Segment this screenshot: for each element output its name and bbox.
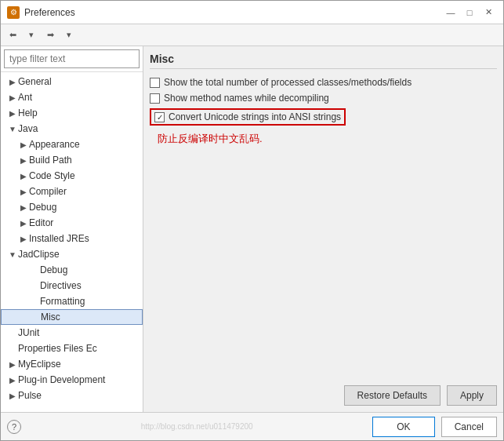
tree-item-jadclipse-debug[interactable]: ▶ Debug [1, 262, 143, 278]
checkbox-2[interactable] [150, 93, 160, 104]
tree-label-jadclipse: JadClipse [18, 249, 60, 260]
options-area: Show the total number of processed class… [150, 77, 497, 379]
tree-label-general: General [18, 76, 52, 87]
expander-compiler: ▶ [18, 186, 29, 197]
back-icon: ⬅ [9, 30, 16, 40]
tree-item-junit[interactable]: ▶ JUnit [1, 325, 143, 341]
checkbox-1[interactable] [150, 78, 160, 88]
checkbox-row-2: Show method names while decompiling [150, 93, 497, 104]
help-icon[interactable]: ? [7, 420, 21, 434]
right-panel: Misc Show the total number of processed … [143, 46, 503, 412]
tree-item-myeclipse[interactable]: ▶ MyEclipse [1, 356, 143, 372]
tree-item-pulse[interactable]: ▶ Pulse [1, 388, 143, 403]
bottom-buttons: Restore Defaults Apply [150, 379, 497, 406]
tree-label-java-codestyle: Code Style [29, 170, 75, 181]
expander-codestyle: ▶ [18, 170, 29, 181]
tree-item-java-buildpath[interactable]: ▶ Build Path [1, 152, 143, 168]
ok-cancel-buttons: OK Cancel [372, 417, 497, 437]
expander-plugindevelopment: ▶ [7, 374, 18, 385]
preferences-icon [7, 6, 20, 19]
status-bar: ? http://blog.csdn.net/u011479200 OK Can… [1, 412, 503, 440]
watermark: http://blog.csdn.net/u011479200 [141, 422, 253, 431]
forward-icon: ➡ [47, 30, 54, 40]
forward-button[interactable]: ➡ [42, 27, 59, 44]
expander-appearance: ▶ [18, 139, 29, 150]
close-button[interactable]: ✕ [480, 4, 497, 21]
checkbox-label-1: Show the total number of processed class… [164, 77, 412, 88]
minimize-button[interactable]: — [442, 4, 459, 21]
tree-item-ant[interactable]: ▶ Ant [1, 89, 143, 105]
tree-label-java-editor: Editor [29, 217, 53, 228]
back-button[interactable]: ⬅ [4, 27, 21, 44]
checkbox-row-3: Convert Unicode strings into ANSI string… [150, 108, 497, 126]
tree-item-plugindevelopment[interactable]: ▶ Plug-in Development [1, 372, 143, 388]
section-title: Misc [150, 53, 497, 69]
expander-java: ▼ [7, 123, 18, 134]
filter-input[interactable] [4, 49, 140, 68]
tree-item-java-editor[interactable]: ▶ Editor [1, 215, 143, 231]
tree-item-jadclipse[interactable]: ▼ JadClipse [1, 246, 143, 262]
tree-item-jadclipse-directives[interactable]: ▶ Directives [1, 278, 143, 293]
expander-jadclipse: ▼ [7, 249, 18, 260]
tree-label-junit: JUnit [18, 327, 39, 338]
expander-java-debug: ▶ [18, 202, 29, 213]
tree: ▶ General ▶ Ant ▶ Help ▼ Java [1, 72, 143, 412]
tree-label-jadclipse-directives: Directives [40, 280, 82, 291]
tree-label-jadclipse-debug: Debug [40, 264, 67, 275]
tree-item-jadclipse-misc[interactable]: ▶ Misc [1, 309, 143, 325]
filter-box [1, 46, 143, 72]
ok-button[interactable]: OK [372, 417, 434, 437]
checkbox-3[interactable] [154, 112, 165, 122]
tree-label-java-buildpath: Build Path [29, 155, 72, 166]
expander-help: ▶ [7, 108, 18, 118]
tree-label-jadclipse-misc: Misc [41, 312, 60, 323]
status-left: ? [7, 420, 21, 434]
title-bar-controls: — □ ✕ [442, 4, 497, 21]
left-panel: ▶ General ▶ Ant ▶ Help ▼ Java [1, 46, 143, 412]
checkbox-label-3: Convert Unicode strings into ANSI string… [169, 111, 341, 122]
forward-dropdown-button[interactable]: ▾ [60, 27, 78, 44]
restore-defaults-button[interactable]: Restore Defaults [344, 385, 441, 406]
tree-item-jadclipse-formatting[interactable]: ▶ Formatting [1, 293, 143, 309]
window-title: Preferences [24, 7, 75, 18]
tree-label-java-installedjres: Installed JREs [29, 233, 89, 244]
title-bar: Preferences — □ ✕ [1, 1, 503, 24]
checkbox-label-2: Show method names while decompiling [164, 93, 329, 104]
tree-label-java-debug: Debug [29, 202, 56, 213]
tree-label-java: Java [18, 123, 38, 134]
tree-item-help[interactable]: ▶ Help [1, 105, 143, 121]
title-bar-left: Preferences [7, 6, 75, 19]
maximize-button[interactable]: □ [461, 4, 478, 21]
cancel-button[interactable]: Cancel [441, 417, 497, 437]
tree-label-ant: Ant [18, 92, 32, 103]
highlighted-checkbox-container: Convert Unicode strings into ANSI string… [150, 108, 346, 126]
expander-pulse: ▶ [7, 390, 18, 401]
expander-editor: ▶ [18, 217, 29, 228]
tree-item-java-codestyle[interactable]: ▶ Code Style [1, 168, 143, 184]
back-dropdown-button[interactable]: ▾ [23, 27, 40, 44]
expander-general: ▶ [7, 76, 18, 87]
tree-label-plugindevelopment: Plug-in Development [18, 374, 105, 385]
tree-item-general[interactable]: ▶ General [1, 74, 143, 89]
toolbar: ⬅ ▾ ➡ ▾ [1, 24, 503, 46]
apply-button[interactable]: Apply [447, 385, 497, 406]
expander-ant: ▶ [7, 92, 18, 103]
tree-item-propertiesfiles[interactable]: ▶ Properties Files Ec [1, 341, 143, 356]
tree-label-myeclipse: MyEclipse [18, 359, 61, 370]
tree-label-java-appearance: Appearance [29, 139, 80, 150]
tree-item-java-appearance[interactable]: ▶ Appearance [1, 137, 143, 152]
tree-item-java-debug[interactable]: ▶ Debug [1, 199, 143, 215]
expander-installedjres: ▶ [18, 233, 29, 244]
tree-item-java-compiler[interactable]: ▶ Compiler [1, 184, 143, 199]
back-dropdown-icon: ▾ [29, 30, 34, 40]
tree-item-java[interactable]: ▼ Java [1, 121, 143, 137]
tree-item-java-installedjres[interactable]: ▶ Installed JREs [1, 231, 143, 246]
main-content: ▶ General ▶ Ant ▶ Help ▼ Java [1, 46, 503, 412]
tree-label-pulse: Pulse [18, 390, 42, 401]
forward-dropdown-icon: ▾ [67, 30, 71, 40]
note-text: 防止反编译时中文乱码. [158, 132, 497, 146]
tree-label-propertiesfiles: Properties Files Ec [18, 343, 97, 354]
tree-label-java-compiler: Compiler [29, 186, 67, 197]
checkbox-row-1: Show the total number of processed class… [150, 77, 497, 88]
tree-label-help: Help [18, 108, 38, 118]
